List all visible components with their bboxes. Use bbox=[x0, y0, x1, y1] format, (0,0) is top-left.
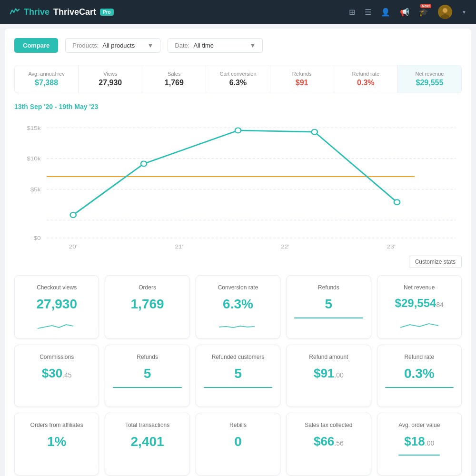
dropdown-arrow-icon[interactable]: ▼ bbox=[462, 10, 466, 15]
card-sales-tax: Sales tax collected $66.56 bbox=[286, 413, 371, 476]
card-orders-from-affiliates: Orders from affiliates 1% bbox=[14, 413, 99, 476]
date-arrow-icon: ▼ bbox=[249, 42, 256, 49]
date-range: 13th Sep '20 - 19th May '23 bbox=[14, 103, 462, 110]
date-filter[interactable]: Date: All time ▼ bbox=[168, 38, 263, 53]
card-refunds-2: Refunds 5 bbox=[105, 345, 189, 407]
svg-point-17 bbox=[394, 199, 400, 205]
svg-text:$0: $0 bbox=[34, 235, 41, 241]
avatar-image bbox=[438, 5, 452, 19]
cards-row-2: Commissions $30.45 Refunds 5 Refunded cu… bbox=[14, 345, 462, 407]
svg-text:20': 20' bbox=[69, 243, 78, 249]
svg-text:$10k: $10k bbox=[27, 155, 41, 162]
stat-avg-annual-rev[interactable]: Avg. annual rev $7,388 bbox=[15, 65, 79, 93]
svg-point-13 bbox=[70, 212, 76, 218]
products-label: Products: bbox=[72, 42, 99, 49]
date-value: All time bbox=[193, 42, 214, 49]
customize-stats-button[interactable]: Customize stats bbox=[409, 256, 462, 268]
cards-row-1: Checkout views 27,930 Orders 1,769 Conve… bbox=[14, 275, 462, 339]
stat-refund-rate[interactable]: Refund rate 0.3% bbox=[334, 65, 398, 93]
card-conversion-rate: Conversion rate 6.3% bbox=[196, 275, 280, 339]
card-orders: Orders 1,769 bbox=[105, 275, 189, 339]
card-net-revenue: Net revenue $29,55484 bbox=[377, 275, 462, 339]
svg-text:21': 21' bbox=[175, 243, 183, 249]
logo[interactable]: ThriveThriveCart Pro bbox=[10, 7, 114, 17]
svg-text:22': 22' bbox=[281, 243, 289, 249]
logo-cart: ThriveCart bbox=[53, 7, 96, 17]
stat-views[interactable]: Views 27,930 bbox=[79, 65, 142, 93]
toolbar: Compare Products: All products ▼ Date: A… bbox=[14, 38, 462, 53]
card-line-refunded-customers bbox=[204, 387, 272, 388]
main-content: Compare Products: All products ▼ Date: A… bbox=[5, 29, 471, 476]
stat-net-revenue[interactable]: Net revenue $29,555 bbox=[398, 65, 461, 93]
card-line-avg-order bbox=[398, 455, 440, 456]
mini-chart-net-revenue bbox=[400, 318, 438, 330]
cards-row-3: Orders from affiliates 1% Total transact… bbox=[14, 413, 462, 476]
products-value: All products bbox=[102, 42, 135, 49]
svg-point-15 bbox=[235, 128, 241, 133]
card-line-refunds2 bbox=[113, 387, 181, 388]
card-line-refund-rate bbox=[385, 387, 454, 388]
nav-icons: ⊞ ☰ 👤 📢 🎓 New! ▼ bbox=[349, 5, 466, 19]
svg-point-1 bbox=[443, 8, 447, 13]
stat-sales[interactable]: Sales 1,769 bbox=[142, 65, 206, 93]
products-arrow-icon: ▼ bbox=[147, 42, 153, 49]
new-badge: New! bbox=[420, 4, 431, 8]
card-avg-order-value: Avg. order value $18.00 bbox=[377, 413, 462, 476]
date-label: Date: bbox=[175, 42, 189, 49]
card-commissions: Commissions $30.45 bbox=[14, 345, 99, 407]
stat-refunds[interactable]: Refunds $91 bbox=[270, 65, 334, 93]
pro-badge: Pro bbox=[100, 9, 114, 16]
card-refund-rate: Refund rate 0.3% bbox=[377, 345, 462, 407]
grid-icon[interactable]: ⊞ bbox=[349, 8, 355, 17]
card-rebills: Rebills 0 bbox=[196, 413, 280, 476]
mini-chart-checkout bbox=[38, 320, 76, 332]
chart-container: $15k $10k $5k $0 20' 21' 22' 23' bbox=[14, 118, 462, 251]
compare-button[interactable]: Compare bbox=[14, 38, 58, 53]
svg-text:23': 23' bbox=[387, 243, 396, 249]
svg-text:$15k: $15k bbox=[27, 125, 41, 131]
logo-thrive: Thrive bbox=[24, 7, 50, 17]
stat-cart-conversion[interactable]: Cart conversion 6.3% bbox=[206, 65, 270, 93]
card-refunded-customers: Refunded customers 5 bbox=[196, 345, 280, 407]
megaphone-icon[interactable]: 📢 bbox=[400, 8, 409, 17]
card-refund-amount: Refund amount $91.00 bbox=[286, 345, 371, 407]
avatar[interactable] bbox=[438, 5, 452, 19]
user-icon[interactable]: 👤 bbox=[381, 8, 390, 17]
svg-point-16 bbox=[312, 129, 317, 135]
mini-chart-conversion bbox=[219, 320, 257, 332]
card-refunds-1: Refunds 5 bbox=[286, 275, 371, 339]
card-checkout-views: Checkout views 27,930 bbox=[14, 275, 99, 339]
list-icon[interactable]: ☰ bbox=[365, 8, 371, 17]
card-line-refunds bbox=[294, 317, 363, 318]
products-filter[interactable]: Products: All products ▼ bbox=[65, 38, 160, 53]
logo-icon bbox=[10, 7, 20, 17]
chart-svg: $15k $10k $5k $0 20' 21' 22' 23' bbox=[14, 118, 462, 251]
customize-row: Customize stats bbox=[14, 256, 462, 268]
svg-point-14 bbox=[141, 161, 147, 167]
graduation-icon[interactable]: 🎓 New! bbox=[419, 8, 428, 17]
svg-text:$5k: $5k bbox=[30, 186, 41, 193]
navbar: ThriveThriveCart Pro ⊞ ☰ 👤 📢 🎓 New! ▼ bbox=[0, 0, 476, 24]
stats-bar: Avg. annual rev $7,388 Views 27,930 Sale… bbox=[14, 65, 462, 93]
card-total-transactions: Total transactions 2,401 bbox=[105, 413, 189, 476]
